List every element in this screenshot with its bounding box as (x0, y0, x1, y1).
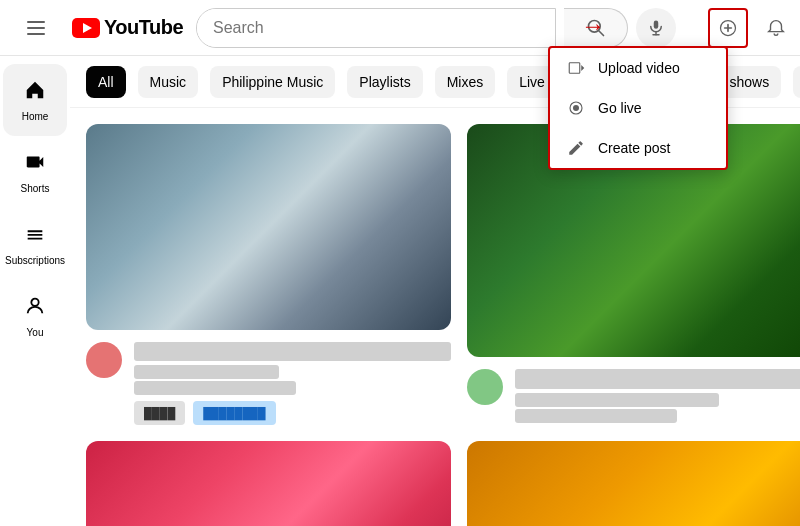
sidebar-item-subscriptions[interactable]: Subscriptions (3, 208, 67, 280)
sidebar-shorts-label: Shorts (21, 183, 50, 194)
chip-playlists[interactable]: Playlists (347, 66, 422, 98)
video-channel: █████████████████ (134, 365, 451, 379)
video-card[interactable]: █████████████████████████████████ ██████… (467, 441, 800, 526)
create-post-label: Create post (598, 140, 670, 156)
chip-philippine-music[interactable]: Philippine Music (210, 66, 335, 98)
create-post-item[interactable]: Create post (550, 128, 726, 168)
video-grid: ████████████████████████████████ ███████… (86, 124, 784, 526)
notifications-button[interactable] (756, 8, 796, 48)
you-icon (24, 295, 46, 323)
go-live-icon (566, 98, 586, 118)
youtube-wordmark: YouTube (104, 16, 183, 39)
search-input[interactable] (197, 9, 555, 47)
shorts-icon (24, 151, 46, 179)
svg-rect-14 (569, 63, 580, 74)
video-card[interactable]: ████████████████████████████████ ███████… (86, 124, 451, 425)
svg-marker-15 (581, 65, 584, 71)
go-live-item[interactable]: Go live (550, 88, 726, 128)
video-card[interactable]: ████████████████████████ ███████████████… (86, 441, 451, 526)
sidebar-home-label: Home (22, 111, 49, 122)
video-thumbnail (86, 441, 451, 526)
chip-music[interactable]: Music (138, 66, 199, 98)
video-channel: ████████████████████████ (515, 393, 800, 407)
tag-button-2[interactable]: ████████ (193, 401, 275, 425)
search-form (196, 8, 556, 48)
upload-video-icon (566, 58, 586, 78)
youtube-logo[interactable]: YouTube (72, 16, 183, 39)
sidebar-item-home[interactable]: Home (3, 64, 67, 136)
sidebar: Home Shorts Subscriptions You (0, 56, 70, 526)
video-info: █████████████████████████████████████ ██… (467, 369, 800, 423)
tag-button-1[interactable]: ████ (134, 401, 185, 425)
channel-avatar (86, 342, 122, 378)
create-arrow-indicator: → (581, 12, 605, 40)
home-icon (24, 79, 46, 107)
go-live-label: Go live (598, 100, 642, 116)
hamburger-menu-button[interactable] (16, 8, 56, 48)
chip-all[interactable]: All (86, 66, 126, 98)
create-dropdown-menu: Upload video Go live Create post (548, 46, 728, 170)
svg-rect-4 (654, 20, 659, 28)
main-content: ████████████████████████████████ ███████… (70, 108, 800, 526)
chip-reggae[interactable]: Reggae (793, 66, 800, 98)
channel-avatar (467, 369, 503, 405)
header-right: → (676, 8, 800, 48)
upload-video-label: Upload video (598, 60, 680, 76)
voice-search-button[interactable] (636, 8, 676, 48)
svg-point-16 (573, 105, 579, 111)
create-button[interactable] (708, 8, 748, 48)
sidebar-subscriptions-label: Subscriptions (5, 255, 65, 266)
subscriptions-icon (24, 223, 46, 251)
create-icon (718, 18, 738, 38)
video-tags: ████ ████████ (134, 401, 451, 425)
video-stats: ███████████████████ (515, 409, 800, 423)
video-meta: ████████████████████████████████ ███████… (134, 342, 451, 426)
create-post-icon (566, 138, 586, 158)
svg-point-13 (31, 298, 38, 305)
mic-icon (647, 19, 665, 37)
sidebar-you-label: You (27, 327, 44, 338)
video-title: ████████████████████████████████ (134, 342, 451, 362)
chip-mixes[interactable]: Mixes (435, 66, 496, 98)
header-left: YouTube (16, 8, 196, 48)
upload-video-item[interactable]: Upload video (550, 48, 726, 88)
video-meta: █████████████████████████████████████ ██… (515, 369, 800, 423)
video-title: █████████████████████████████████████ (515, 369, 800, 389)
video-thumbnail (467, 441, 800, 526)
bell-icon (765, 17, 787, 39)
video-thumbnail (86, 124, 451, 330)
youtube-logo-icon (72, 18, 100, 38)
sidebar-item-you[interactable]: You (3, 280, 67, 352)
video-stats: ███████████████████ (134, 381, 451, 395)
video-info: ████████████████████████████████ ███████… (86, 342, 451, 426)
sidebar-item-shorts[interactable]: Shorts (3, 136, 67, 208)
